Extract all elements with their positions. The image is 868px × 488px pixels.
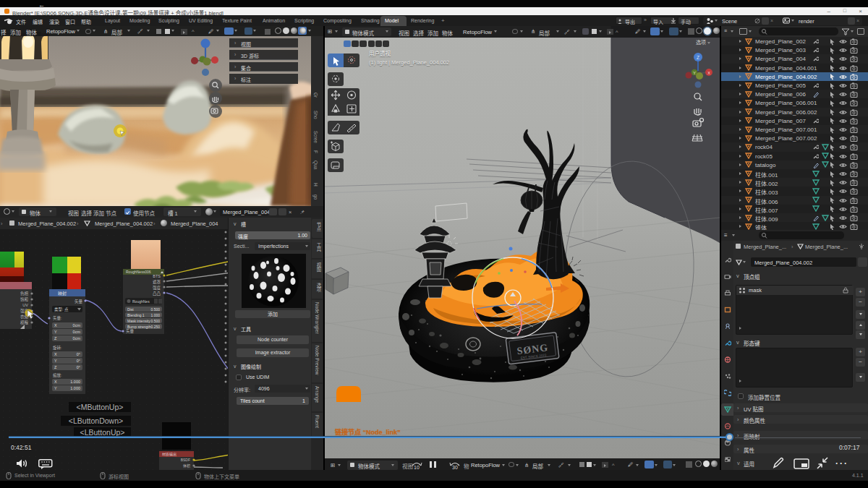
svg-text:类型: 点: 类型: 点 [54, 307, 69, 312]
svg-text:矢量: 矢量 [75, 299, 83, 304]
svg-text:BSDF: BSDF [181, 458, 190, 462]
svg-text:0cm: 0cm [73, 330, 81, 334]
svg-text:0.500: 0.500 [150, 319, 160, 323]
svg-text:Y: Y [54, 386, 57, 390]
svg-text:X: X [707, 71, 710, 75]
svg-text:X: X [54, 380, 57, 384]
svg-text:强度: 强度 [153, 285, 161, 291]
svg-text:Z: Z [697, 55, 699, 60]
svg-text:RoughNes: RoughNes [132, 299, 150, 304]
svg-text:Mask intensity: Mask intensity [127, 319, 150, 323]
svg-text:映射: 映射 [58, 291, 67, 296]
svg-text:色相: 色相 [20, 291, 29, 296]
svg-text:Bump strength: Bump strength [127, 325, 151, 329]
svg-text:Y: Y [54, 330, 57, 334]
svg-text:旋转:: 旋转: [53, 345, 62, 351]
svg-text:Y: Y [693, 71, 696, 75]
svg-text:0.250: 0.250 [150, 325, 160, 329]
svg-text:体积: 体积 [183, 463, 190, 468]
svg-text:Dist: Dist [127, 307, 134, 312]
svg-text:遮罩: 遮罩 [153, 279, 161, 285]
svg-text:材质输出: 材质输出 [162, 452, 176, 457]
svg-text:X: X [54, 323, 57, 328]
svg-text:0.500: 0.500 [150, 307, 160, 312]
svg-text:30: 30 [452, 465, 458, 470]
svg-text:0°: 0° [77, 365, 80, 369]
svg-text:1.000: 1.000 [70, 380, 80, 384]
svg-text:BTS: BTS [153, 274, 161, 278]
svg-text:X: X [54, 352, 57, 356]
svg-text:矢量:: 矢量: [53, 315, 62, 321]
svg-text:RoughNess006: RoughNess006 [126, 270, 151, 274]
svg-text:1.000: 1.000 [150, 313, 160, 317]
svg-text:Y: Y [54, 359, 57, 363]
svg-text:0°: 0° [77, 359, 80, 363]
svg-text:0cm: 0cm [73, 336, 81, 341]
svg-text:0°: 0° [77, 352, 80, 356]
svg-text:10: 10 [414, 465, 420, 470]
svg-text:UV: UV [22, 303, 28, 307]
svg-text:矢量: 矢量 [126, 328, 135, 334]
svg-text:缩放:: 缩放: [53, 372, 62, 378]
svg-text:模粮: 模粮 [20, 320, 29, 325]
svg-text:0cm: 0cm [73, 323, 81, 328]
svg-text:1.000: 1.000 [70, 386, 80, 390]
svg-text:Blending 1: Blending 1 [127, 313, 145, 317]
svg-text:凸凸: 凸凸 [153, 291, 161, 296]
svg-text:饱和: 饱和 [20, 296, 28, 302]
